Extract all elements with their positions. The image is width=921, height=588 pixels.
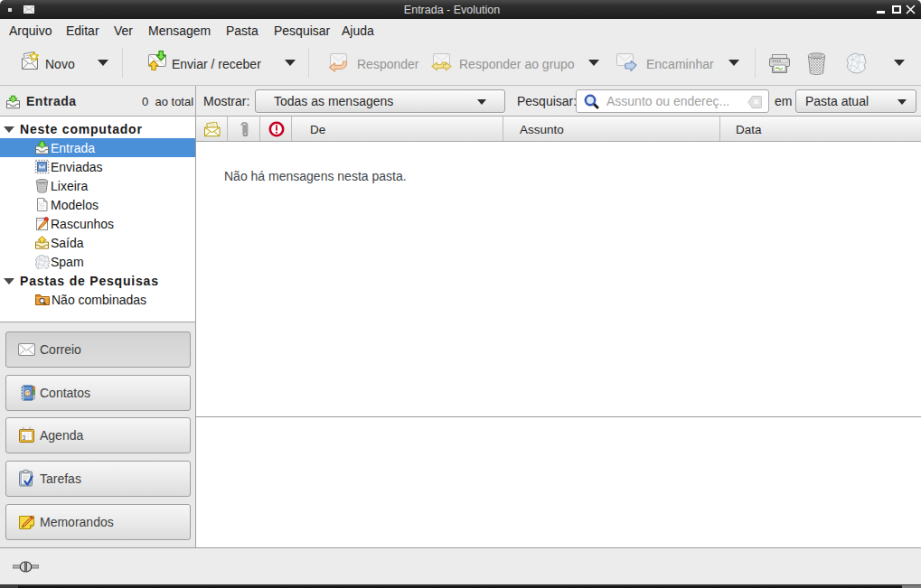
svg-text:@: @ bbox=[24, 389, 32, 397]
svg-text:3: 3 bbox=[23, 434, 26, 441]
